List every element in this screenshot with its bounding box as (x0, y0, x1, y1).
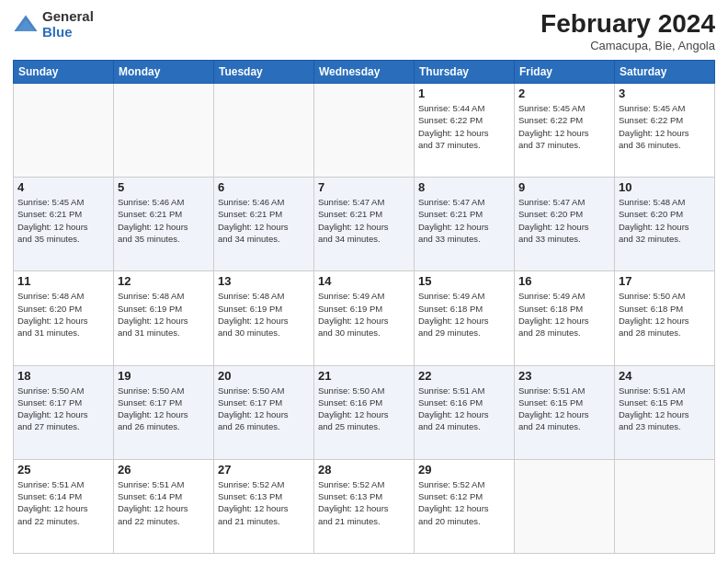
calendar-cell: 27Sunrise: 5:52 AMSunset: 6:13 PMDayligh… (214, 459, 314, 553)
calendar-cell: 26Sunrise: 5:51 AMSunset: 6:14 PMDayligh… (114, 459, 214, 553)
day-info: Sunrise: 5:48 AMSunset: 6:19 PMDaylight:… (218, 290, 310, 339)
calendar-cell (114, 84, 214, 178)
day-info: Sunrise: 5:52 AMSunset: 6:13 PMDaylight:… (318, 478, 410, 527)
calendar-cell: 11Sunrise: 5:48 AMSunset: 6:20 PMDayligh… (14, 271, 114, 365)
day-info: Sunrise: 5:51 AMSunset: 6:14 PMDaylight:… (17, 478, 109, 527)
calendar-cell: 2Sunrise: 5:45 AMSunset: 6:22 PMDaylight… (515, 84, 615, 178)
day-number: 18 (17, 369, 109, 383)
day-info: Sunrise: 5:49 AMSunset: 6:19 PMDaylight:… (318, 290, 410, 339)
day-info: Sunrise: 5:51 AMSunset: 6:16 PMDaylight:… (418, 385, 510, 433)
calendar-cell: 24Sunrise: 5:51 AMSunset: 6:15 PMDayligh… (615, 365, 715, 459)
page-header: General Blue February 2024 Camacupa, Bie… (13, 9, 715, 52)
logo-icon (13, 12, 39, 38)
month-year: February 2024 (540, 9, 715, 39)
location: Camacupa, Bie, Angola (540, 39, 715, 52)
day-info: Sunrise: 5:48 AMSunset: 6:20 PMDaylight:… (17, 290, 109, 339)
calendar-cell (214, 84, 314, 178)
calendar-cell: 18Sunrise: 5:50 AMSunset: 6:17 PMDayligh… (14, 365, 114, 459)
logo: General Blue (13, 9, 94, 40)
day-number: 6 (218, 180, 310, 194)
calendar-cell: 8Sunrise: 5:47 AMSunset: 6:21 PMDaylight… (415, 178, 515, 271)
day-info: Sunrise: 5:50 AMSunset: 6:16 PMDaylight:… (318, 385, 410, 433)
day-info: Sunrise: 5:49 AMSunset: 6:18 PMDaylight:… (518, 290, 610, 339)
calendar-cell: 25Sunrise: 5:51 AMSunset: 6:14 PMDayligh… (14, 459, 114, 553)
day-info: Sunrise: 5:48 AMSunset: 6:20 PMDaylight:… (619, 196, 711, 245)
calendar-cell: 6Sunrise: 5:46 AMSunset: 6:21 PMDaylight… (214, 178, 314, 271)
day-number: 20 (218, 369, 310, 383)
day-number: 2 (518, 86, 610, 100)
calendar-week-row: 1Sunrise: 5:44 AMSunset: 6:22 PMDaylight… (14, 84, 715, 178)
calendar-week-row: 18Sunrise: 5:50 AMSunset: 6:17 PMDayligh… (14, 365, 715, 459)
calendar-cell: 9Sunrise: 5:47 AMSunset: 6:20 PMDaylight… (515, 178, 615, 271)
column-header-tuesday: Tuesday (214, 61, 314, 84)
day-info: Sunrise: 5:50 AMSunset: 6:17 PMDaylight:… (118, 385, 210, 433)
calendar-table: SundayMondayTuesdayWednesdayThursdayFrid… (13, 60, 715, 554)
day-number: 10 (619, 180, 711, 194)
calendar-cell: 19Sunrise: 5:50 AMSunset: 6:17 PMDayligh… (114, 365, 214, 459)
calendar-week-row: 11Sunrise: 5:48 AMSunset: 6:20 PMDayligh… (14, 271, 715, 365)
day-info: Sunrise: 5:51 AMSunset: 6:15 PMDaylight:… (619, 385, 711, 433)
column-header-sunday: Sunday (14, 61, 114, 84)
logo-text: General Blue (42, 9, 94, 40)
calendar-cell: 1Sunrise: 5:44 AMSunset: 6:22 PMDaylight… (415, 84, 515, 178)
day-info: Sunrise: 5:50 AMSunset: 6:17 PMDaylight:… (218, 385, 310, 433)
day-info: Sunrise: 5:46 AMSunset: 6:21 PMDaylight:… (218, 196, 310, 245)
day-number: 23 (518, 369, 610, 383)
title-block: February 2024 Camacupa, Bie, Angola (540, 9, 715, 52)
column-header-friday: Friday (515, 61, 615, 84)
calendar-cell: 17Sunrise: 5:50 AMSunset: 6:18 PMDayligh… (615, 271, 715, 365)
calendar-cell: 16Sunrise: 5:49 AMSunset: 6:18 PMDayligh… (515, 271, 615, 365)
calendar-week-row: 4Sunrise: 5:45 AMSunset: 6:21 PMDaylight… (14, 178, 715, 271)
day-number: 26 (118, 463, 210, 477)
day-info: Sunrise: 5:52 AMSunset: 6:12 PMDaylight:… (418, 478, 510, 527)
day-info: Sunrise: 5:47 AMSunset: 6:21 PMDaylight:… (418, 196, 510, 245)
calendar-cell: 13Sunrise: 5:48 AMSunset: 6:19 PMDayligh… (214, 271, 314, 365)
day-number: 28 (318, 463, 410, 477)
day-number: 9 (518, 180, 610, 194)
day-info: Sunrise: 5:45 AMSunset: 6:21 PMDaylight:… (17, 196, 109, 245)
calendar-cell: 5Sunrise: 5:46 AMSunset: 6:21 PMDaylight… (114, 178, 214, 271)
calendar-week-row: 25Sunrise: 5:51 AMSunset: 6:14 PMDayligh… (14, 459, 715, 553)
calendar-cell: 21Sunrise: 5:50 AMSunset: 6:16 PMDayligh… (314, 365, 415, 459)
day-info: Sunrise: 5:44 AMSunset: 6:22 PMDaylight:… (418, 102, 510, 151)
day-number: 19 (118, 369, 210, 383)
day-number: 3 (619, 86, 711, 100)
day-number: 7 (318, 180, 410, 194)
day-info: Sunrise: 5:45 AMSunset: 6:22 PMDaylight:… (518, 102, 610, 151)
column-header-wednesday: Wednesday (314, 61, 415, 84)
calendar-cell: 23Sunrise: 5:51 AMSunset: 6:15 PMDayligh… (515, 365, 615, 459)
day-number: 22 (418, 369, 510, 383)
day-info: Sunrise: 5:50 AMSunset: 6:17 PMDaylight:… (17, 385, 109, 433)
day-info: Sunrise: 5:45 AMSunset: 6:22 PMDaylight:… (619, 102, 711, 151)
day-info: Sunrise: 5:47 AMSunset: 6:21 PMDaylight:… (318, 196, 410, 245)
day-number: 17 (619, 274, 711, 288)
calendar-cell (515, 459, 615, 553)
day-info: Sunrise: 5:47 AMSunset: 6:20 PMDaylight:… (518, 196, 610, 245)
calendar-body: 1Sunrise: 5:44 AMSunset: 6:22 PMDaylight… (14, 84, 715, 554)
day-number: 29 (418, 463, 510, 477)
calendar-cell: 22Sunrise: 5:51 AMSunset: 6:16 PMDayligh… (415, 365, 515, 459)
calendar-cell: 14Sunrise: 5:49 AMSunset: 6:19 PMDayligh… (314, 271, 415, 365)
column-header-monday: Monday (114, 61, 214, 84)
day-info: Sunrise: 5:52 AMSunset: 6:13 PMDaylight:… (218, 478, 310, 527)
day-number: 5 (118, 180, 210, 194)
day-number: 12 (118, 274, 210, 288)
calendar-cell: 28Sunrise: 5:52 AMSunset: 6:13 PMDayligh… (314, 459, 415, 553)
calendar-cell: 4Sunrise: 5:45 AMSunset: 6:21 PMDaylight… (14, 178, 114, 271)
column-header-saturday: Saturday (615, 61, 715, 84)
day-number: 21 (318, 369, 410, 383)
day-number: 4 (17, 180, 109, 194)
day-number: 14 (318, 274, 410, 288)
column-header-thursday: Thursday (415, 61, 515, 84)
day-info: Sunrise: 5:51 AMSunset: 6:15 PMDaylight:… (518, 385, 610, 433)
day-info: Sunrise: 5:50 AMSunset: 6:18 PMDaylight:… (619, 290, 711, 339)
calendar-cell: 3Sunrise: 5:45 AMSunset: 6:22 PMDaylight… (615, 84, 715, 178)
day-info: Sunrise: 5:51 AMSunset: 6:14 PMDaylight:… (118, 478, 210, 527)
day-number: 13 (218, 274, 310, 288)
calendar-cell: 12Sunrise: 5:48 AMSunset: 6:19 PMDayligh… (114, 271, 214, 365)
calendar-cell: 7Sunrise: 5:47 AMSunset: 6:21 PMDaylight… (314, 178, 415, 271)
day-info: Sunrise: 5:46 AMSunset: 6:21 PMDaylight:… (118, 196, 210, 245)
day-info: Sunrise: 5:48 AMSunset: 6:19 PMDaylight:… (118, 290, 210, 339)
day-number: 16 (518, 274, 610, 288)
calendar-cell: 10Sunrise: 5:48 AMSunset: 6:20 PMDayligh… (615, 178, 715, 271)
